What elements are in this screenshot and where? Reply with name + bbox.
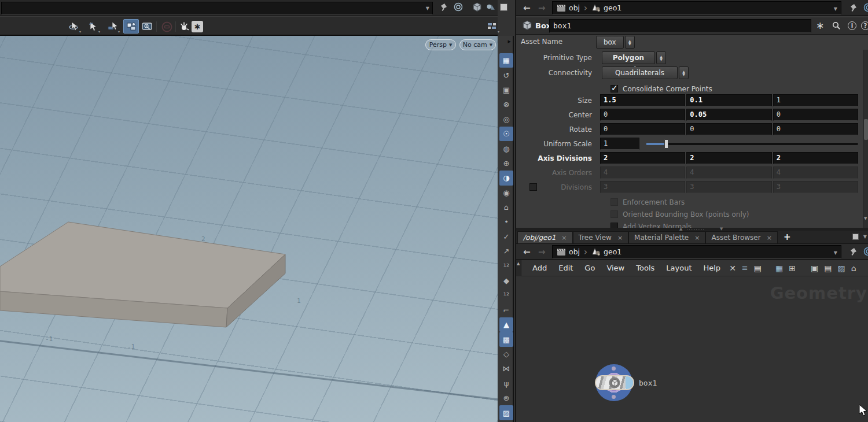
disable-lighting-icon[interactable]: ⊗ <box>498 97 514 112</box>
tab-label[interactable]: Asset Browser <box>711 234 760 242</box>
node-display-flag[interactable] <box>626 376 633 389</box>
size-z-field[interactable]: 1 <box>773 94 858 106</box>
camera-menu-pill[interactable]: Persp▼ <box>425 39 456 50</box>
rotate-z-field[interactable]: 0 <box>773 123 858 135</box>
transparent-background-icon[interactable]: ▩ <box>499 332 513 346</box>
center-x-field[interactable]: 0 <box>600 109 685 121</box>
tab-list-dropdown-icon[interactable]: ▼ <box>863 234 867 239</box>
point-markers-icon[interactable]: ✓ <box>498 229 514 244</box>
breadcrumb-item-obj[interactable]: obj <box>569 247 580 256</box>
gear-menu-icon[interactable]: ∗ <box>816 20 824 31</box>
network-left-strip[interactable]: ▲ <box>516 260 521 276</box>
snap-cube-icon[interactable] <box>472 2 482 12</box>
spinner[interactable]: ▲▼ <box>656 51 666 64</box>
visualizers-icon[interactable]: ◉ <box>498 186 514 200</box>
pin-icon[interactable] <box>440 2 448 12</box>
back-button[interactable]: ← <box>523 247 531 257</box>
select-geometry-button[interactable] <box>123 19 139 34</box>
rotate-y-field[interactable]: 0 <box>686 123 771 135</box>
axis-divisions-z-field[interactable]: 2 <box>773 152 858 164</box>
menu-layout[interactable]: Layout <box>660 264 697 272</box>
box-geometry[interactable] <box>0 36 498 422</box>
pane-maximize-icon[interactable] <box>500 3 507 11</box>
display-terrain-icon[interactable]: ▲ <box>499 317 513 332</box>
hide-other-objects-icon[interactable]: ⊕ <box>498 156 514 171</box>
background-image-icon[interactable]: ▨ <box>834 264 848 273</box>
node-box1[interactable] <box>595 375 634 390</box>
normal-lighting-icon[interactable]: ☉ <box>499 127 513 141</box>
shading-lights-icon[interactable] <box>486 2 496 12</box>
size-y-field[interactable]: 0.1 <box>686 94 771 106</box>
show-display-options-icon[interactable]: ▦ <box>499 53 513 68</box>
viewport[interactable]: Persp▼ No cam▼ 21-1-1 <box>0 36 498 422</box>
add-vertex-normals-checkbox[interactable] <box>610 223 618 228</box>
tab-asset-browser[interactable]: Asset Browser × <box>705 231 777 243</box>
box-pick-button[interactable] <box>141 20 154 33</box>
center-z-field[interactable]: 0 <box>773 109 858 121</box>
uniform-scale-field[interactable]: 1 <box>600 138 639 150</box>
size-x-field[interactable]: 1.5 <box>600 94 685 106</box>
asset-name-value[interactable]: box <box>596 36 624 49</box>
viewport-options-button[interactable]: ∗ <box>192 21 203 32</box>
thumbnail-grid-icon[interactable]: ▦ <box>773 264 786 273</box>
connectivity-value[interactable]: Quadrilaterals <box>602 66 678 79</box>
breadcrumb-dropdown-icon[interactable]: ▼ <box>834 250 837 256</box>
spinner-down-icon[interactable]: ▼ <box>628 42 631 45</box>
breadcrumb-dropdown-icon[interactable]: ▼ <box>834 6 837 12</box>
scrollbar-thumb[interactable] <box>864 119 868 140</box>
node-output-dot[interactable] <box>612 395 616 399</box>
tool-more-icon[interactable]: ▾ <box>118 29 120 34</box>
windows-overlap-icon[interactable]: ▣ <box>808 264 821 273</box>
close-icon[interactable]: × <box>617 234 623 242</box>
spinner-down-icon[interactable]: ▼ <box>660 58 663 61</box>
close-icon[interactable]: × <box>561 234 567 242</box>
primitive-type-dropdown[interactable]: Polygon Mesh ▲▼ <box>602 51 666 64</box>
material-pot-icon[interactable]: ⌂ <box>848 264 859 273</box>
camera-mask-icon[interactable]: ⊜ <box>498 391 514 405</box>
headlight-only-icon[interactable]: ◎ <box>498 112 514 127</box>
tree-list-icon[interactable]: ≡ <box>739 264 751 272</box>
rotate-x-field[interactable]: 0 <box>600 123 685 135</box>
tab-label[interactable]: Tree View <box>579 234 612 242</box>
pin-icon[interactable] <box>849 3 858 12</box>
spinner[interactable]: ▲▼ <box>625 36 635 49</box>
tool-more-icon[interactable]: ▾ <box>98 29 100 34</box>
help-icon[interactable]: ? <box>861 21 868 30</box>
point-numbers-icon[interactable]: ¹² <box>498 258 514 273</box>
new-tab-button[interactable]: + <box>778 231 797 243</box>
view-tool-button[interactable]: ▾ <box>68 20 80 33</box>
tab-tree-view[interactable]: Tree View × <box>573 231 629 243</box>
primitive-type-value[interactable]: Polygon Mesh <box>602 51 655 64</box>
menu-add[interactable]: Add <box>527 264 553 272</box>
axis-divisions-y-field[interactable]: 2 <box>686 152 771 164</box>
viewport-path-input[interactable]: ▼ <box>1 2 433 14</box>
show-guides-icon[interactable]: ↺ <box>498 68 514 82</box>
consolidate-checkbox[interactable] <box>610 85 618 92</box>
tab-label[interactable]: Material Palette <box>634 234 689 242</box>
breadcrumb[interactable]: obj › geo1 ▼ <box>552 1 841 14</box>
slider-handle[interactable] <box>664 139 668 149</box>
node-name-label[interactable]: box1 <box>639 379 657 387</box>
page-list-icon[interactable]: ▤ <box>751 264 764 273</box>
point-normals-icon[interactable]: ↗ <box>498 244 514 258</box>
pane-square-icon[interactable] <box>852 234 859 240</box>
scroll-up-icon[interactable]: ▲ <box>517 261 520 266</box>
display-axes-icon[interactable]: ψ <box>498 376 514 391</box>
breadcrumb-item-obj[interactable]: obj <box>569 3 580 12</box>
camera-select-pill[interactable]: No cam▼ <box>459 39 496 50</box>
asset-name-dropdown[interactable]: box ▲▼ <box>596 36 635 49</box>
group-list-icon[interactable]: ⋈ <box>498 361 514 376</box>
spinner[interactable]: ▲▼ <box>679 66 689 79</box>
network-editor[interactable]: Geometry box1 <box>516 276 868 422</box>
divider-grip[interactable] <box>687 228 704 230</box>
menu-help[interactable]: Help <box>697 264 726 272</box>
material-preview-icon[interactable]: ⌂ <box>498 200 514 214</box>
connectivity-dropdown[interactable]: Quadrilaterals ▲▼ <box>602 66 689 79</box>
menu-view[interactable]: View <box>601 264 630 272</box>
close-icon[interactable]: × <box>767 234 772 242</box>
select-tool-button[interactable]: ▾ <box>87 20 100 33</box>
divisions-checkbox[interactable] <box>529 183 537 191</box>
radial-menu-icon[interactable] <box>863 247 868 256</box>
close-icon[interactable]: × <box>694 234 700 242</box>
handles-tool-button[interactable]: ▾ <box>106 20 119 33</box>
